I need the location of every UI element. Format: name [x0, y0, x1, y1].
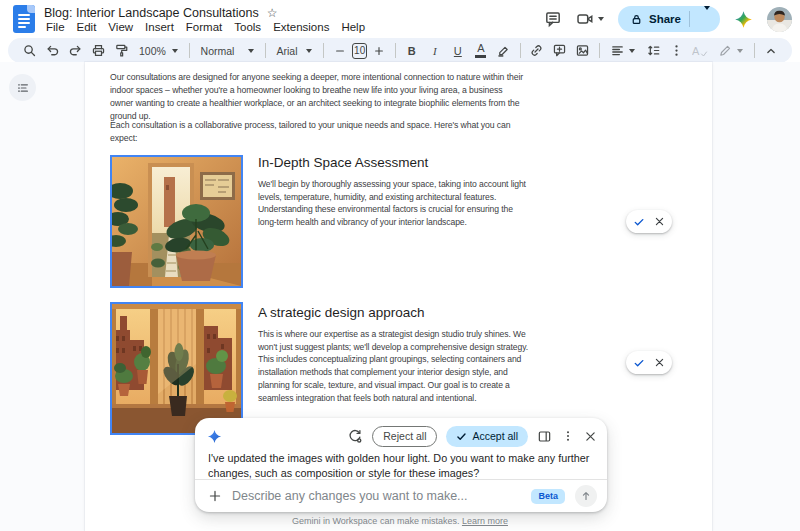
- comment-history-icon[interactable]: [544, 10, 562, 28]
- beta-badge: Beta: [531, 489, 565, 504]
- suggestion-pill-1: [626, 210, 672, 233]
- insert-image-icon[interactable]: [572, 40, 594, 61]
- font-size-increase-icon[interactable]: [368, 40, 390, 61]
- more-options-icon[interactable]: [665, 40, 687, 61]
- accept-all-button[interactable]: Accept all: [446, 426, 528, 447]
- menubar: File Edit View Insert Format Tools Exten…: [40, 20, 371, 36]
- reject-suggestion-icon[interactable]: [654, 216, 665, 227]
- menu-help[interactable]: Help: [335, 20, 371, 36]
- titlebar: Blog: Interior Landscape Consultations ☆…: [0, 0, 800, 38]
- user-avatar[interactable]: [767, 7, 792, 32]
- italic-button[interactable]: I: [424, 40, 446, 61]
- arrow-up-icon: [580, 490, 592, 502]
- editing-mode-select[interactable]: [712, 40, 749, 61]
- font-size-decrease-icon[interactable]: [329, 40, 351, 61]
- title-row: Blog: Interior Landscape Consultations ☆: [44, 5, 277, 21]
- check-icon: [456, 431, 467, 442]
- reject-suggestion-icon[interactable]: [654, 357, 665, 368]
- print-icon[interactable]: [87, 40, 109, 61]
- section-body-design-approach[interactable]: This is where our expertise as a strateg…: [258, 328, 530, 404]
- redo-icon[interactable]: [64, 40, 86, 61]
- docs-logo-icon[interactable]: [13, 5, 35, 33]
- format-suggestions-icon[interactable]: A: [689, 40, 711, 61]
- styles-select[interactable]: Normal: [195, 40, 260, 61]
- section-heading-space-assessment[interactable]: In-Depth Space Assessment: [258, 155, 428, 170]
- suggestion-pill-2: [626, 351, 672, 374]
- golden-hour-interior-doorway-image: [112, 157, 241, 286]
- close-panel-icon[interactable]: [584, 430, 597, 443]
- document-title[interactable]: Blog: Interior Landscape Consultations: [44, 6, 259, 20]
- section-image-space-assessment[interactable]: [110, 155, 243, 288]
- star-icon[interactable]: ☆: [267, 7, 278, 19]
- meet-caret-icon[interactable]: [598, 17, 604, 21]
- share-caret-icon[interactable]: [698, 10, 716, 28]
- insert-link-icon[interactable]: [526, 40, 548, 61]
- gemini-spark-icon[interactable]: [734, 10, 753, 29]
- menu-format[interactable]: Format: [180, 20, 228, 36]
- toolbar: 100% Normal Arial 10 B I U A: [8, 38, 792, 63]
- text-color-button[interactable]: A: [470, 40, 492, 61]
- paragraph-intro[interactable]: Our consultations are designed for anyon…: [110, 71, 526, 123]
- gemini-panel-header: Reject all Accept all: [207, 425, 597, 447]
- accept-suggestion-icon[interactable]: [633, 357, 645, 369]
- gemini-disclaimer: Gemini in Workspace can make mistakes. L…: [0, 516, 800, 526]
- font-size-input[interactable]: 10: [352, 43, 367, 59]
- section-body-space-assessment[interactable]: We'll begin by thoroughly assessing your…: [258, 178, 530, 229]
- accept-suggestion-icon[interactable]: [633, 216, 645, 228]
- share-label: Share: [649, 13, 681, 25]
- menu-tools[interactable]: Tools: [228, 20, 267, 36]
- undo-icon[interactable]: [41, 40, 63, 61]
- regenerate-icon[interactable]: [347, 428, 363, 444]
- add-attachment-icon[interactable]: [208, 489, 222, 503]
- meet-call-button[interactable]: [576, 10, 604, 28]
- insert-comment-icon[interactable]: [549, 40, 571, 61]
- highlight-color-icon[interactable]: [493, 40, 515, 61]
- hide-menus-icon[interactable]: [760, 40, 782, 61]
- show-outline-button[interactable]: [9, 74, 36, 101]
- paragraph-expect[interactable]: Each consultation is a collaborative pro…: [110, 119, 526, 145]
- google-docs-app: Blog: Interior Landscape Consultations ☆…: [0, 0, 800, 531]
- align-select[interactable]: [604, 40, 641, 61]
- section-heading-design-approach[interactable]: A strategic design approach: [258, 305, 425, 320]
- menu-insert[interactable]: Insert: [139, 20, 180, 36]
- line-spacing-icon[interactable]: [642, 40, 664, 61]
- search-menus-icon[interactable]: [18, 40, 40, 61]
- gemini-prompt-input[interactable]: [232, 489, 521, 503]
- zoom-select[interactable]: 100%: [133, 40, 184, 61]
- menu-edit[interactable]: Edit: [71, 20, 103, 36]
- disclaimer-text: Gemini in Workspace can make mistakes.: [292, 516, 459, 526]
- menu-extensions[interactable]: Extensions: [267, 20, 335, 36]
- menu-file[interactable]: File: [40, 20, 71, 36]
- golden-hour-window-plants-image: [112, 304, 241, 433]
- open-side-panel-icon[interactable]: [537, 429, 552, 444]
- underline-button[interactable]: U: [447, 40, 469, 61]
- paint-format-icon[interactable]: [110, 40, 132, 61]
- panel-more-options-icon[interactable]: [561, 429, 575, 443]
- menu-view[interactable]: View: [102, 20, 139, 36]
- gemini-input-row: Beta: [195, 479, 607, 512]
- gemini-spark-icon: [207, 429, 222, 444]
- lock-icon: [630, 13, 643, 26]
- section-image-design-approach[interactable]: [110, 302, 243, 435]
- gemini-panel: Reject all Accept all: [195, 418, 607, 512]
- gemini-message: I've updated the images with golden hour…: [208, 451, 594, 481]
- bold-button[interactable]: B: [401, 40, 423, 61]
- font-select[interactable]: Arial: [271, 40, 319, 61]
- reject-all-button[interactable]: Reject all: [372, 426, 437, 447]
- learn-more-link[interactable]: Learn more: [462, 516, 508, 526]
- share-button[interactable]: Share: [618, 6, 720, 32]
- send-prompt-button[interactable]: [575, 485, 597, 507]
- header-actions: Share: [544, 6, 792, 32]
